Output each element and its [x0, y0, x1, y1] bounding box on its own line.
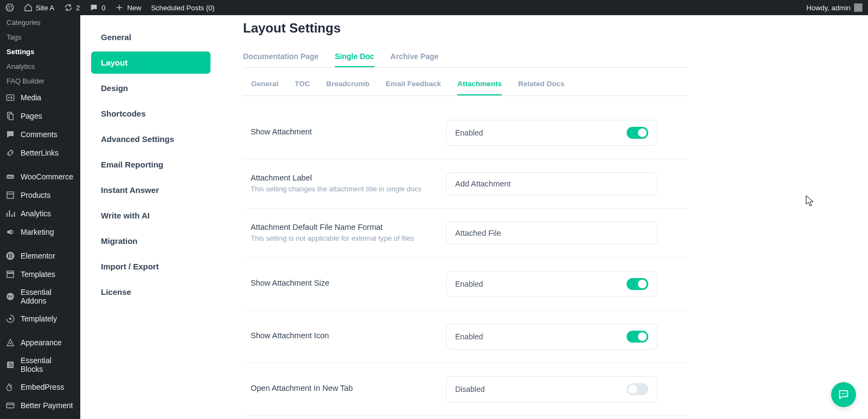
svg-rect-10: [10, 254, 12, 255]
tab-label: Archive Page: [391, 52, 439, 61]
payment-icon: [5, 401, 15, 410]
attachment-label-input[interactable]: [446, 172, 658, 195]
wp-sidebar-sub-item[interactable]: Tags: [0, 30, 80, 44]
wp-sidebar-item-essential-blocks[interactable]: Essential Blocks: [0, 352, 80, 378]
wp-sidebar-item-templately[interactable]: Templately: [0, 310, 80, 328]
woo-icon: woo: [5, 172, 15, 182]
setting-left: Attachment LabelThis setting changes the…: [251, 173, 430, 195]
admin-bar-updates[interactable]: 2: [64, 3, 80, 12]
admin-bar-new[interactable]: New: [115, 3, 141, 12]
wp-sidebar-item-products[interactable]: Products: [0, 186, 80, 204]
wp-sidebar-item-pages[interactable]: Pages: [0, 107, 80, 125]
settings-nav-item-general[interactable]: General: [91, 26, 210, 48]
tab-single-doc[interactable]: Single Doc: [335, 47, 374, 67]
toggle-switch[interactable]: [627, 127, 648, 139]
toggle-state-label: Enabled: [455, 332, 483, 341]
settings-nav-item-license[interactable]: License: [91, 281, 210, 303]
tab-documentation-page[interactable]: Documentation Page: [243, 47, 318, 67]
setting-left: Show Attachment Icon: [251, 331, 430, 342]
wp-sidebar-sub-item[interactable]: Analytics: [0, 59, 80, 74]
setting-row-show-attachment-size: Show Attachment SizeEnabled: [243, 258, 688, 311]
tab-archive-page[interactable]: Archive Page: [391, 47, 439, 67]
wp-sidebar-item-label: Templately: [21, 314, 57, 323]
wp-sidebar-sub-item[interactable]: Categories: [0, 15, 80, 30]
subtab-toc[interactable]: TOC: [295, 73, 310, 95]
subtab-email-feedback[interactable]: Email Feedback: [386, 73, 441, 95]
admin-bar-comments[interactable]: 0: [90, 3, 105, 12]
settings-nav-item-email-reporting[interactable]: Email Reporting: [91, 153, 210, 176]
subtab-related-docs[interactable]: Related Docs: [518, 73, 565, 95]
svg-point-15: [9, 318, 12, 320]
marketing-icon: [5, 227, 15, 237]
link-icon: [5, 148, 15, 158]
settings-sidebar: GeneralLayoutDesignShortcodesAdvanced Se…: [80, 15, 221, 419]
tabs-primary: Documentation PageSingle DocArchive Page: [243, 47, 688, 68]
settings-nav-item-shortcodes[interactable]: Shortcodes: [91, 102, 210, 125]
wp-sidebar-item-elementor[interactable]: Elementor: [0, 247, 80, 265]
setting-description: This setting changes the attachment titl…: [251, 184, 430, 195]
wp-sidebar-item-templates[interactable]: Templates: [0, 265, 80, 283]
settings-nav-item-write-with-ai[interactable]: Write with AI: [91, 204, 210, 227]
subtab-attachments[interactable]: Attachments: [457, 73, 502, 95]
wp-sidebar-item-appearance[interactable]: Appearance: [0, 333, 80, 352]
svg-rect-4: [9, 114, 14, 120]
admin-bar-scheduled[interactable]: Scheduled Posts (0): [151, 4, 214, 12]
media-icon: [5, 93, 15, 102]
wp-sidebar-sub-label: FAQ Builder: [7, 77, 44, 85]
wp-sidebar-item-marketing[interactable]: Marketing: [0, 223, 80, 241]
products-icon: [5, 190, 15, 200]
settings-nav-item-import-export[interactable]: Import / Export: [91, 255, 210, 278]
wp-sidebar-item-better-payment[interactable]: Better Payment: [0, 396, 80, 415]
settings-nav-label: Shortcodes: [101, 109, 146, 118]
settings-nav-item-advanced-settings[interactable]: Advanced Settings: [91, 128, 210, 150]
embed-icon: [5, 382, 15, 392]
admin-bar-logo[interactable]: [5, 3, 14, 12]
setting-title: Attachment Default File Name Format: [251, 223, 430, 231]
svg-text:woo: woo: [7, 175, 14, 178]
wp-sidebar-item-label: Essential Blocks: [21, 356, 75, 373]
content-area: Layout Settings Documentation PageSingle…: [221, 15, 710, 419]
settings-nav-item-migration[interactable]: Migration: [91, 230, 210, 252]
templates-icon: [5, 269, 15, 279]
settings-list: Show AttachmentEnabledAttachment LabelTh…: [243, 107, 688, 416]
plus-icon: [115, 3, 124, 12]
admin-bar-site[interactable]: Site A: [24, 3, 54, 12]
attachment-default-name-input[interactable]: [446, 222, 658, 244]
settings-nav-item-layout[interactable]: Layout: [91, 51, 210, 74]
wp-sidebar-sub-item[interactable]: FAQ Builder: [0, 74, 80, 88]
setting-description: This setting is not applicable for exter…: [251, 234, 430, 244]
tab-label: Single Doc: [335, 52, 374, 61]
setting-left: Open Attachment In New Tab: [251, 384, 430, 395]
wp-sidebar-sub-label: Categories: [7, 18, 41, 27]
setting-control: Disabled: [446, 376, 680, 402]
settings-nav-item-instant-answer[interactable]: Instant Answer: [91, 179, 210, 201]
chat-fab[interactable]: [831, 382, 856, 407]
avatar: [854, 3, 863, 12]
setting-control: [446, 172, 680, 195]
wp-sidebar-item-embedpress[interactable]: EmbedPress: [0, 378, 80, 396]
wp-sidebar-item-essential-addons[interactable]: EAEssential Addons: [0, 283, 80, 310]
wp-sidebar-item-label: Comments: [21, 130, 58, 139]
wp-sidebar-sub-item[interactable]: Settings: [0, 44, 80, 59]
tabs-secondary: GeneralTOCBreadcrumbEmail FeedbackAttach…: [243, 73, 688, 96]
setting-row-show-attachment: Show AttachmentEnabled: [243, 107, 688, 159]
admin-bar-account[interactable]: Howdy, admin: [807, 3, 863, 12]
wp-sidebar-item-woocommerce[interactable]: wooWooCommerce: [0, 167, 80, 186]
wp-sidebar-item-plugins[interactable]: Plugins2: [0, 415, 80, 419]
toggle-switch[interactable]: [627, 278, 648, 290]
admin-bar-scheduled-label: Scheduled Posts (0): [151, 4, 214, 12]
wp-sidebar-item-label: Pages: [21, 112, 42, 120]
toggle-switch[interactable]: [627, 331, 648, 343]
setting-left: Show Attachment: [251, 127, 430, 138]
home-icon: [24, 3, 33, 12]
subtab-general[interactable]: General: [251, 73, 278, 95]
wp-sidebar-item-media[interactable]: Media: [0, 88, 80, 107]
wp-sidebar-item-comments[interactable]: Comments: [0, 125, 80, 144]
wp-sidebar-item-betterlinks[interactable]: BetterLinks: [0, 144, 80, 162]
setting-row-attachment-label: Attachment LabelThis setting changes the…: [243, 159, 688, 209]
settings-nav: GeneralLayoutDesignShortcodesAdvanced Se…: [91, 26, 210, 303]
toggle-switch[interactable]: [627, 383, 648, 395]
subtab-breadcrumb[interactable]: Breadcrumb: [327, 73, 370, 95]
wp-sidebar-item-analytics[interactable]: Analytics: [0, 204, 80, 223]
settings-nav-item-design[interactable]: Design: [91, 77, 210, 99]
